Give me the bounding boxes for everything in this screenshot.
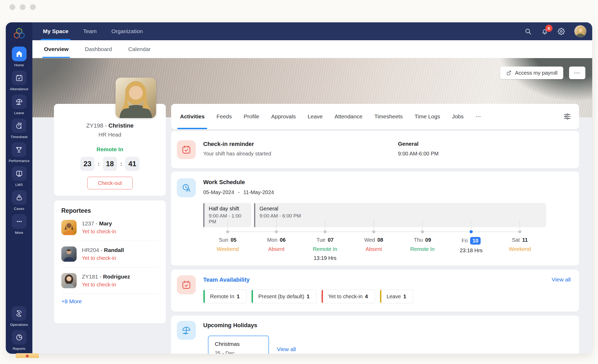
sidebar-item-operations[interactable]: Operations xyxy=(10,306,28,327)
reportee-row[interactable]: ZY181 - Rodriguez Yet to check-in xyxy=(61,267,158,294)
holidays-view-all-link[interactable]: View all xyxy=(277,346,296,352)
schedule-day-mon: Mon06 Absent xyxy=(254,220,299,261)
timeline-dot xyxy=(226,230,229,233)
reportee-id: 1237 - xyxy=(82,220,98,226)
timer-colon: : xyxy=(98,160,99,167)
tab-feeds[interactable]: Feeds xyxy=(216,104,232,129)
employee-role: HR Head xyxy=(54,132,166,138)
reportee-row[interactable]: HR204 - Randall Yet to check-in xyxy=(61,241,158,267)
date-from: 05-May-2024 xyxy=(203,189,234,195)
sidebar-item-more[interactable]: More xyxy=(12,214,27,235)
cases-box-icon xyxy=(12,190,27,205)
performance-trophy-icon xyxy=(12,142,26,157)
sidebar-item-timesheet[interactable]: Timesheet xyxy=(11,118,27,139)
settings-gear-icon[interactable] xyxy=(558,28,565,35)
window-controls[interactable] xyxy=(9,4,36,10)
sidebar-item-label: Timesheet xyxy=(11,135,27,139)
tab-approvals[interactable]: Approvals xyxy=(271,104,296,129)
sidebar-item-label: Attendance xyxy=(10,87,28,91)
window-control-dot[interactable] xyxy=(9,4,15,10)
timeline-dot xyxy=(372,230,375,233)
more-dots-icon xyxy=(12,214,27,229)
sidebar: Home Attendance Leave Timesheet xyxy=(6,22,32,354)
tab-timesheets[interactable]: Timesheets xyxy=(374,104,403,129)
tab-overflow[interactable]: ⋯ xyxy=(476,104,481,129)
pill-leave[interactable]: Leave 1 xyxy=(380,290,413,303)
employee-first-name: Christine xyxy=(108,122,133,129)
team-availability-title-link[interactable]: Team Availability xyxy=(203,276,250,283)
day-hours: 13:19 Hrs xyxy=(314,255,337,261)
user-avatar[interactable] xyxy=(574,25,586,37)
top-icon-group: 6 xyxy=(525,25,586,37)
sidebar-item-lms[interactable]: LMS xyxy=(12,166,27,187)
nav-label: Organization xyxy=(111,28,143,34)
sidebar-item-leave[interactable]: Leave xyxy=(12,94,27,115)
reportees-more-link[interactable]: +8 More xyxy=(61,298,82,305)
timeline-dot xyxy=(421,230,424,233)
schedule-day-fri-today: Fri10 23:18 Hrs xyxy=(449,220,494,261)
check-out-button[interactable]: Check-out xyxy=(87,177,133,189)
calendar-check-icon xyxy=(177,275,196,294)
peek-widget[interactable] xyxy=(16,353,39,358)
subnav-overview[interactable]: Overview xyxy=(44,40,68,58)
nav-my-space[interactable]: My Space xyxy=(43,22,68,40)
timeline-dot-today xyxy=(470,230,473,233)
reportees-title: Reportees xyxy=(61,207,158,214)
sidebar-item-label: LMS xyxy=(15,183,23,187)
sidebar-item-cases[interactable]: Cases xyxy=(12,190,27,211)
peek-widget-dot xyxy=(26,355,29,357)
notification-badge: 6 xyxy=(545,25,552,32)
active-underline xyxy=(42,57,70,58)
week-timeline: Sun05 Weekend Mon06 Absent Tue07 Remote … xyxy=(205,220,542,262)
customize-sliders-icon[interactable] xyxy=(563,113,571,120)
access-payroll-label: Access my payroll xyxy=(515,70,557,76)
day-status: Absent xyxy=(366,246,382,252)
nav-organization[interactable]: Organization xyxy=(111,22,143,40)
sidebar-item-attendance[interactable]: Attendance xyxy=(10,70,28,91)
holiday-umbrella-icon xyxy=(177,321,196,340)
subnav-calendar[interactable]: Calendar xyxy=(128,40,151,58)
reportee-info: ZY181 - Rodriguez Yet to check-in xyxy=(82,274,130,288)
schedule-day-sun: Sun05 Weekend xyxy=(205,220,250,261)
employee-name: ZY198 - Christine xyxy=(54,122,166,129)
schedule-day-thu: Thu09 Remote In xyxy=(400,220,445,261)
zoho-people-logo-icon[interactable] xyxy=(12,27,26,41)
tab-time-logs[interactable]: Time Logs xyxy=(415,104,440,129)
holiday-item-christmas[interactable]: Christmas 25 - Dec, Wednesday xyxy=(208,336,269,354)
employee-id: ZY198 - xyxy=(86,122,107,129)
top-navigation: My Space Team Organization 6 xyxy=(32,22,592,40)
tab-attendance[interactable]: Attendance xyxy=(335,104,362,129)
timer-colon: : xyxy=(120,160,122,167)
sidebar-item-home[interactable]: Home xyxy=(12,47,27,67)
nav-label: Team xyxy=(83,28,97,34)
active-underline xyxy=(177,128,207,129)
day-status: Weekend xyxy=(217,246,239,252)
window-control-dot[interactable] xyxy=(20,4,26,10)
reportee-name: Randall xyxy=(104,247,124,253)
access-payroll-button[interactable]: Access my payroll xyxy=(500,67,563,79)
sidebar-item-label: Leave xyxy=(14,111,24,115)
pill-present-by-default[interactable]: Present (by default) 1 xyxy=(251,290,317,303)
work-schedule-dates: 05-May-2024 - 11-May-2024 xyxy=(203,189,274,195)
upcoming-holidays-card: Upcoming Holidays Christmas 25 - Dec, We… xyxy=(171,316,579,354)
profile-photo[interactable] xyxy=(116,78,156,118)
notifications-bell-icon[interactable]: 6 xyxy=(541,28,548,35)
tab-profile[interactable]: Profile xyxy=(244,104,260,129)
employee-tabs: Activities Feeds Profile Approvals Leave… xyxy=(171,104,579,129)
window-control-dot[interactable] xyxy=(30,4,36,10)
search-icon[interactable] xyxy=(525,28,532,35)
subnav-dashboard[interactable]: Dashboard xyxy=(85,40,112,58)
pill-yet-to-check-in[interactable]: Yet to check-in 4 xyxy=(321,290,375,303)
tab-leave[interactable]: Leave xyxy=(308,104,323,129)
tab-jobs[interactable]: Jobs xyxy=(452,104,464,129)
reportee-row[interactable]: 1237 - Mary Yet to check-in xyxy=(61,214,158,241)
team-availability-view-all-link[interactable]: View all xyxy=(552,276,571,283)
tab-activities[interactable]: Activities xyxy=(180,104,205,129)
pill-remote-in[interactable]: Remote In 1 xyxy=(203,290,247,303)
nav-team[interactable]: Team xyxy=(83,22,97,40)
main-content: Access my payroll ··· ZY198 - Christine … xyxy=(32,58,592,354)
subnav-label: Dashboard xyxy=(85,46,112,52)
sidebar-item-performance[interactable]: Performance xyxy=(9,142,29,163)
sidebar-item-reports[interactable]: Reports xyxy=(12,330,27,351)
banner-more-button[interactable]: ··· xyxy=(569,67,585,79)
